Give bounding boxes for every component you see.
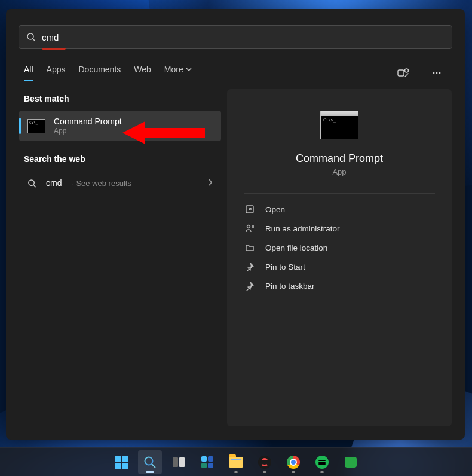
- svg-point-6: [439, 72, 441, 74]
- search-input[interactable]: [42, 32, 445, 42]
- tab-more-label: More: [164, 65, 183, 74]
- taskbar-start-button[interactable]: [109, 450, 133, 474]
- preview-app-icon: [320, 111, 358, 139]
- svg-point-7: [29, 179, 34, 185]
- divider: [244, 193, 435, 194]
- action-open[interactable]: Open: [244, 200, 435, 219]
- file-explorer-icon: [229, 457, 243, 468]
- tab-documents[interactable]: Documents: [78, 65, 121, 81]
- action-pin-to-start[interactable]: Pin to Start: [244, 257, 435, 276]
- tab-more[interactable]: More: [164, 65, 192, 81]
- search-icon: [26, 32, 36, 42]
- taskbar-spotify[interactable]: [310, 450, 334, 474]
- svg-point-3: [405, 69, 409, 72]
- tab-all[interactable]: All: [24, 65, 33, 81]
- result-title: Command Prompt: [54, 117, 122, 126]
- svg-line-8: [33, 185, 36, 187]
- result-subtitle: App: [54, 127, 122, 135]
- action-open-file-location[interactable]: Open file location: [244, 238, 435, 257]
- spotify-icon: [315, 456, 329, 469]
- best-match-heading: Best match: [19, 89, 221, 111]
- opera-icon: [258, 456, 271, 469]
- preview-title: Command Prompt: [244, 152, 435, 165]
- task-view-icon: [173, 457, 185, 467]
- web-result-query: cmd: [46, 178, 62, 188]
- web-result-hint: - See web results: [71, 179, 131, 188]
- svg-point-5: [436, 72, 438, 74]
- taskbar-opera-gx[interactable]: [253, 450, 277, 474]
- tab-apps[interactable]: Apps: [47, 65, 66, 81]
- taskbar-chrome[interactable]: [281, 450, 305, 474]
- action-label: Pin to Start: [265, 263, 305, 271]
- preview-subtitle: App: [244, 167, 435, 176]
- best-match-command-prompt[interactable]: Command Prompt App: [19, 111, 221, 141]
- chrome-icon: [287, 456, 300, 469]
- preview-pane: Command Prompt App Open Run as administr…: [227, 89, 452, 426]
- tab-web[interactable]: Web: [134, 65, 151, 81]
- action-label: Run as administrator: [265, 224, 340, 233]
- command-prompt-icon: [27, 119, 45, 133]
- svg-point-12: [145, 457, 153, 465]
- svg-point-4: [433, 72, 435, 74]
- taskbar-widgets-button[interactable]: [195, 450, 219, 474]
- action-run-as-administrator[interactable]: Run as administrator: [244, 219, 435, 238]
- chevron-right-icon: [208, 178, 213, 188]
- search-settings-icon[interactable]: [393, 63, 413, 83]
- svg-line-1: [33, 39, 35, 41]
- results-column: Best match Command Prompt App Search the…: [19, 89, 221, 426]
- search-icon: [27, 179, 36, 188]
- action-pin-to-taskbar[interactable]: Pin to taskbar: [244, 276, 435, 295]
- search-bar[interactable]: [19, 25, 452, 49]
- start-search-panel: All Apps Documents Web More Best match: [6, 9, 465, 440]
- action-label: Open: [265, 205, 285, 214]
- search-icon: [143, 456, 157, 469]
- chat-icon: [345, 457, 357, 468]
- action-label: Pin to taskbar: [265, 282, 315, 291]
- taskbar-taskview-button[interactable]: [167, 450, 191, 474]
- taskbar-search-button[interactable]: [138, 450, 162, 474]
- svg-line-13: [152, 464, 155, 468]
- svg-point-0: [27, 33, 33, 39]
- taskbar: [0, 447, 472, 476]
- search-web-heading: Search the web: [19, 149, 221, 171]
- windows-logo-icon: [115, 456, 128, 469]
- taskbar-chat[interactable]: [339, 450, 363, 474]
- more-options-icon[interactable]: [427, 63, 447, 83]
- action-label: Open file location: [265, 243, 327, 252]
- svg-rect-2: [398, 70, 404, 76]
- taskbar-file-explorer[interactable]: [224, 450, 248, 474]
- chevron-down-icon: [186, 66, 192, 72]
- widgets-icon: [201, 456, 213, 468]
- web-result-cmd[interactable]: cmd - See web results: [19, 171, 221, 195]
- filter-tabs: All Apps Documents Web More: [6, 50, 465, 83]
- svg-point-10: [247, 225, 250, 228]
